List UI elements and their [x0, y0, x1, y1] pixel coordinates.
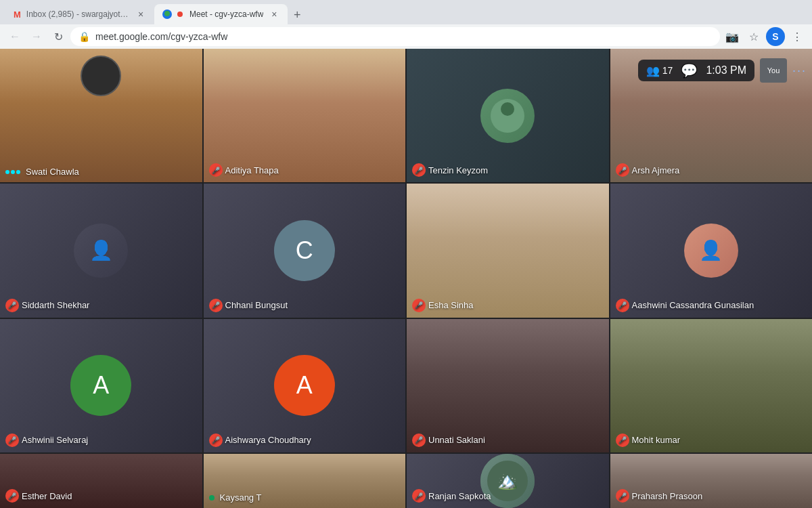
participant-name-unnati: 🎤 Unnati Saklani — [412, 433, 485, 447]
participant-name-esther: 🎤 Esther David — [5, 489, 72, 503]
address-bar[interactable]: 🔒 meet.google.com/cgv-yzca-wfw — [70, 27, 720, 46]
meet-tab-title: Meet - cgv-yzca-wfw — [189, 9, 263, 19]
participant-name-mohit: 🎤 Mohit kumar — [616, 433, 681, 447]
browser-chrome: M Inbox (2,985) - swargajyoti.go... × Me… — [0, 0, 812, 49]
mute-icon-unnati: 🎤 — [412, 433, 426, 447]
gmail-favicon: M — [14, 9, 21, 20]
participant-name-arsh: 🎤 Arsh Ajmera — [616, 163, 680, 177]
people-icon: 👥 — [646, 64, 660, 77]
forward-button[interactable]: → — [27, 27, 46, 46]
gmail-tab-close[interactable]: × — [135, 9, 146, 20]
top-bar: 👥 17 💬 1:03 PM You ··· — [633, 49, 812, 92]
mute-icon-mohit: 🎤 — [616, 433, 629, 447]
people-count-number: 17 — [662, 65, 673, 76]
meet-favicon — [162, 9, 172, 19]
video-grid: Swati Chawla 🎤 Aditiya Thapa 🎤 Tenzin K — [0, 49, 812, 508]
participant-name-aishwarya: 🎤 Aishwarya Choudhary — [209, 433, 311, 447]
back-button[interactable]: ← — [5, 27, 24, 46]
mute-icon-ashwinii: 🎤 — [5, 433, 19, 447]
mute-icon-aditiya: 🎤 — [209, 163, 223, 177]
tab-meet[interactable]: Meet - cgv-yzca-wfw × — [154, 4, 288, 24]
participant-cell-esther: 🎤 Esther David — [0, 454, 202, 508]
lock-icon: 🔒 — [78, 31, 90, 42]
participant-name-swati: Swati Chawla — [5, 167, 79, 177]
mute-icon-esther: 🎤 — [5, 489, 19, 503]
participant-name-praharsh: 🎤 Praharsh Prasoon — [616, 489, 703, 503]
participant-name-siddarth: 🎤 Siddarth Shekhar — [5, 299, 89, 312]
meet-container: 👥 17 💬 1:03 PM You ··· Swati Chawla — [0, 49, 812, 508]
tab-gmail[interactable]: M Inbox (2,985) - swargajyoti.go... × — [5, 4, 154, 24]
tab-bar: M Inbox (2,985) - swargajyoti.go... × Me… — [0, 0, 812, 24]
mute-icon-praharsh: 🎤 — [616, 489, 629, 503]
participant-cell-mohit: 🎤 Mohit kumar — [610, 319, 813, 452]
participant-cell-ashwinii: A 🎤 Ashwinii Selvaraj — [0, 319, 202, 452]
recording-dot — [177, 12, 183, 17]
participant-name-tenzin: 🎤 Tenzin Keyzom — [412, 163, 488, 177]
mute-icon-esha: 🎤 — [412, 299, 426, 312]
participant-name-ashwinii: 🎤 Ashwinii Selvaraj — [5, 433, 88, 447]
gmail-tab-title: Inbox (2,985) - swargajyoti.go... — [26, 9, 130, 19]
participant-cell-swati: Swati Chawla — [0, 49, 202, 182]
participant-cell-kaysang: Kaysang T — [204, 454, 406, 508]
camera-nav-icon: 📷 — [723, 27, 742, 46]
participant-cell-siddarth: 👤 🎤 Siddarth Shekhar — [0, 184, 202, 317]
refresh-button[interactable]: ↻ — [49, 27, 68, 46]
mute-icon-aishwarya: 🎤 — [209, 433, 223, 447]
nav-bar: ← → ↻ 🔒 meet.google.com/cgv-yzca-wfw 📷 ☆… — [0, 24, 812, 49]
participant-cell-unnati: 🎤 Unnati Saklani — [407, 319, 609, 452]
top-controls: 👥 17 💬 1:03 PM — [638, 60, 754, 81]
participant-name-aditiya: 🎤 Aditiya Thapa — [209, 163, 279, 177]
participant-cell-chhani: C 🎤 Chhani Bungsut — [204, 184, 406, 317]
participant-cell-esha: 🎤 Esha Sinha — [407, 184, 609, 317]
participant-name-esha: 🎤 Esha Sinha — [412, 299, 474, 312]
mute-icon-aashwini: 🎤 — [616, 299, 629, 312]
mute-icon-ranjan: 🎤 — [412, 489, 426, 503]
url-text: meet.google.com/cgv-yzca-wfw — [95, 31, 227, 42]
user-avatar-thumb[interactable]: You — [760, 58, 787, 83]
meet-top-more-button[interactable]: ··· — [792, 64, 807, 78]
participant-cell-aishwarya: A 🎤 Aishwarya Choudhary — [204, 319, 406, 452]
mute-icon-tenzin: 🎤 — [412, 163, 426, 177]
chat-icon[interactable]: 💬 — [681, 62, 698, 79]
participant-name-ranjan: 🎤 Ranjan Sapkota — [412, 489, 491, 503]
more-nav-button[interactable]: ⋮ — [788, 27, 807, 46]
participant-name-aashwini: 🎤 Aashwini Cassandra Gunasilan — [616, 299, 754, 312]
participant-cell-aditiya: 🎤 Aditiya Thapa — [204, 49, 406, 182]
mute-icon-chhani: 🎤 — [209, 299, 223, 312]
participant-cell-tenzin: 🎤 Tenzin Keyzom — [407, 49, 609, 182]
participant-name-kaysang: Kaysang T — [209, 492, 262, 503]
meet-tab-close[interactable]: × — [269, 9, 279, 20]
bookmark-button[interactable]: ☆ — [744, 27, 763, 46]
mute-icon-arsh: 🎤 — [616, 163, 629, 177]
participant-name-chhani: 🎤 Chhani Bungsut — [209, 299, 288, 312]
participant-cell-ranjan: 🏔️ 🎤 Ranjan Sapkota — [407, 454, 609, 508]
time-display: 1:03 PM — [706, 64, 746, 77]
people-count: 👥 17 — [646, 64, 673, 77]
mute-icon-siddarth: 🎤 — [5, 299, 19, 312]
profile-avatar[interactable]: S — [766, 27, 785, 46]
participant-cell-praharsh: 🎤 Praharsh Prasoon — [610, 454, 813, 508]
participant-cell-aashwini: 👤 🎤 Aashwini Cassandra Gunasilan — [610, 184, 813, 317]
new-tab-button[interactable]: + — [288, 5, 307, 24]
